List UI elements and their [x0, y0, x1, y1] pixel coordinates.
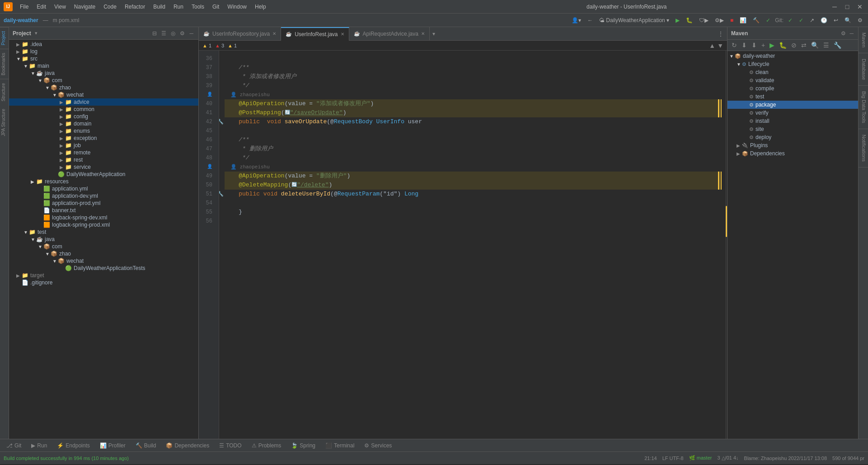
menu-run[interactable]: Run: [170, 3, 187, 11]
maven-root[interactable]: ▼ 📦 daily-weather: [727, 52, 858, 60]
bottom-tab-build[interactable]: 🔨 Build: [131, 442, 161, 450]
left-tab-jpa[interactable]: JPA Structure: [0, 105, 9, 140]
tree-item-gitignore[interactable]: 📄 .gitignore: [9, 279, 198, 286]
bottom-tab-git[interactable]: ⎇ Git: [2, 442, 26, 450]
right-tab-bigdata[interactable]: Big Data Tools: [859, 86, 868, 129]
stop-button[interactable]: ■: [728, 16, 735, 24]
maven-download2-btn[interactable]: ⬇: [750, 41, 758, 49]
git-arrow[interactable]: ↗: [808, 16, 816, 24]
restore-button[interactable]: □: [843, 2, 852, 11]
bottom-tab-dependencies[interactable]: 📦 Dependencies: [161, 442, 214, 450]
debug-button[interactable]: 🐛: [684, 16, 694, 24]
tree-item-test-java[interactable]: ▼ ☕ java: [9, 236, 198, 243]
tab-apirequestadvice[interactable]: ☕ ApiRequestAdvice.java ✕: [349, 27, 430, 41]
run-button[interactable]: ▶: [674, 16, 681, 24]
tree-item-job[interactable]: ▶ 📁 job: [9, 142, 198, 149]
tree-item-daily-app[interactable]: 🟢 DailyWeatherApplication: [9, 171, 198, 178]
menu-git[interactable]: Git: [209, 3, 223, 11]
project-settings-btn[interactable]: ⚙: [178, 30, 186, 37]
tree-item-test-wechat[interactable]: ▼ 📦 wechat: [9, 257, 198, 265]
right-tab-database[interactable]: Database: [859, 53, 868, 86]
profile-button[interactable]: 📊: [738, 16, 748, 24]
menu-edit[interactable]: Edit: [33, 3, 50, 11]
tree-item-rest[interactable]: ▶ 📁 rest: [9, 156, 198, 163]
tree-item-wechat[interactable]: ▼ 📦 wechat: [9, 91, 198, 98]
tree-item-test[interactable]: ▼ 📁 test: [9, 228, 198, 236]
expand-all-btn[interactable]: ☰: [160, 30, 168, 37]
tab-userinforest[interactable]: ☕ UserInfoRest.java ✕: [281, 27, 349, 41]
tree-item-app-dev-yml[interactable]: 🟩 application-dev.yml: [9, 192, 198, 200]
minimize-button[interactable]: ─: [830, 2, 839, 11]
run-with-coverage[interactable]: 🛡▶: [697, 16, 710, 24]
tree-item-logback-dev[interactable]: 🟧 logback-spring-dev.xml: [9, 214, 198, 221]
git-branch[interactable]: 🌿 master: [689, 455, 712, 461]
close-panel-btn[interactable]: ─: [188, 30, 195, 37]
maven-lifecycle-validate[interactable]: ⚙ validate: [727, 76, 858, 84]
tree-item-java[interactable]: ▼ ☕ java: [9, 70, 198, 77]
tree-item-com[interactable]: ▼ 📦 com: [9, 77, 198, 84]
close-tab-rest[interactable]: ✕: [341, 32, 344, 37]
maven-help-btn[interactable]: 🔧: [832, 41, 843, 49]
tab-userinforepo[interactable]: ☕ UserInfoRepository.java ✕: [199, 27, 281, 41]
left-tab-project[interactable]: Project: [0, 27, 9, 49]
right-tab-notifications[interactable]: Notifications: [859, 129, 868, 167]
git-ok[interactable]: ✓: [786, 16, 794, 24]
build-button[interactable]: 🔨: [751, 16, 761, 24]
maven-lifecycle[interactable]: ▼ ⚙ Lifecycle: [727, 60, 858, 68]
bottom-tab-spring[interactable]: 🍃 Spring: [286, 442, 320, 450]
maven-search2-btn[interactable]: 🔍: [810, 41, 820, 49]
maven-lifecycle-deploy[interactable]: ⚙ deploy: [727, 133, 858, 141]
menu-file[interactable]: File: [16, 3, 32, 11]
bottom-tab-endpoints[interactable]: ⚡ Endpoints: [52, 442, 94, 450]
tree-item-logback-prod[interactable]: 🟧 logback-spring-prod.xml: [9, 221, 198, 228]
maven-skip-btn[interactable]: ⊘: [790, 41, 798, 49]
cursor-position[interactable]: 21:14: [644, 456, 657, 461]
tree-item-idea[interactable]: ▶ 📁 .idea: [9, 41, 198, 48]
vcs-button[interactable]: 👤▾: [570, 16, 583, 24]
tree-item-app-yml[interactable]: 🟩 application.yml: [9, 185, 198, 192]
bottom-tab-todo[interactable]: ☰ TODO: [215, 442, 246, 450]
locate-btn[interactable]: ◎: [169, 30, 177, 37]
maven-lifecycle-clean[interactable]: ⚙ clean: [727, 68, 858, 76]
next-warning[interactable]: ▼: [717, 42, 723, 49]
menu-navigate[interactable]: Navigate: [70, 3, 99, 11]
tree-item-enums[interactable]: ▶ 📁 enums: [9, 127, 198, 135]
bottom-tab-terminal[interactable]: ⬛ Terminal: [321, 442, 359, 450]
tree-item-log[interactable]: ▶ 📁 log: [9, 48, 198, 55]
git-check[interactable]: ✓: [764, 16, 772, 24]
maven-lifecycle-package[interactable]: ⚙ package: [727, 101, 858, 109]
tabs-overflow[interactable]: ▾: [430, 31, 438, 37]
settings-button[interactable]: ⚙: [856, 16, 864, 24]
bottom-tab-profiler[interactable]: 📊 Profiler: [95, 442, 130, 450]
menu-view[interactable]: View: [51, 3, 70, 11]
collapse-all-btn[interactable]: ⊟: [151, 30, 158, 37]
more-run-opts[interactable]: ⚙▶: [713, 16, 726, 24]
back-button[interactable]: ←: [586, 16, 595, 24]
close-tab-repo[interactable]: ✕: [272, 31, 276, 36]
left-tab-bookmarks[interactable]: Bookmarks: [0, 49, 9, 79]
tree-item-common[interactable]: ▶ 📁 common: [9, 106, 198, 113]
tree-item-exception[interactable]: ▶ 📁 exception: [9, 135, 198, 142]
menu-code[interactable]: Code: [100, 3, 120, 11]
tree-item-main[interactable]: ▼ 📁 main: [9, 62, 198, 70]
git-history[interactable]: 🕐: [819, 16, 829, 24]
tree-item-src[interactable]: ▼ 📁 src: [9, 55, 198, 62]
maven-run-btn[interactable]: ▶: [768, 41, 776, 49]
tree-item-domain[interactable]: ▶ 📁 domain: [9, 120, 198, 127]
prev-warning[interactable]: ▲: [709, 42, 715, 49]
maven-toggle-btn[interactable]: ⇄: [800, 41, 808, 49]
blame-info[interactable]: Blame: Zhaopeishu 2022/11/17 13:08: [744, 456, 827, 461]
tree-item-test-app[interactable]: 🟢 DailyWeatherApplicationTests: [9, 265, 198, 272]
bottom-tab-problems[interactable]: ⚠ Problems: [247, 442, 286, 450]
maven-lifecycle-install[interactable]: ⚙ install: [727, 117, 858, 125]
menu-refactor[interactable]: Refactor: [121, 3, 149, 11]
tree-item-config[interactable]: ▶ 📁 config: [9, 113, 198, 120]
maven-download-btn[interactable]: ⬇: [740, 41, 748, 49]
maven-lifecycle-verify[interactable]: ⚙ verify: [727, 109, 858, 117]
app-selector[interactable]: 🌤 DailyWeatherApplication ▾: [597, 16, 671, 24]
maven-dependencies[interactable]: ▶ 📦 Dependencies: [727, 149, 858, 158]
maven-lifecycle-site[interactable]: ⚙ site: [727, 125, 858, 133]
maven-cols-btn[interactable]: ☰: [822, 41, 830, 49]
tree-item-advice[interactable]: ▶ 📁 advice: [9, 98, 198, 106]
maven-plugins[interactable]: ▶ 🔌 Plugins: [727, 141, 858, 149]
